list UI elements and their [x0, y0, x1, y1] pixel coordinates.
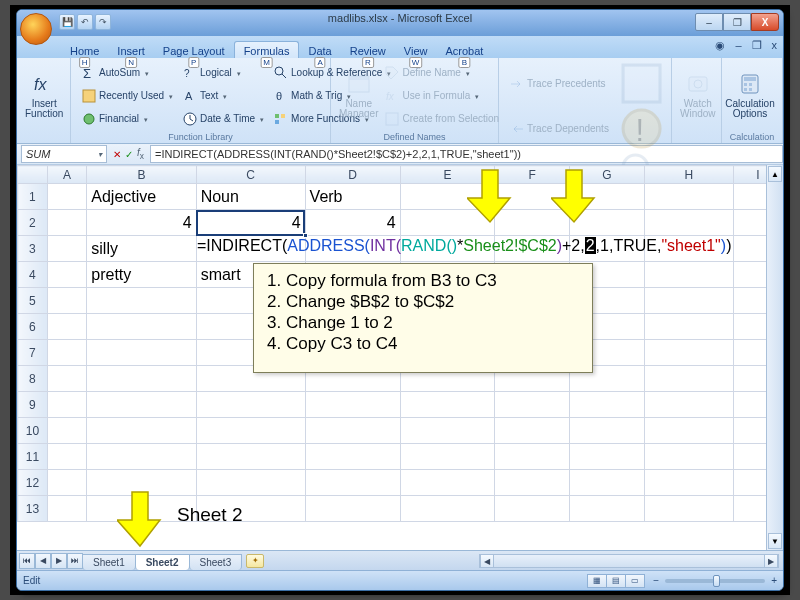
cell[interactable]: Noun: [196, 184, 305, 210]
office-button[interactable]: [20, 13, 52, 45]
more-icon: [274, 112, 288, 126]
active-cell[interactable]: 4: [196, 210, 305, 236]
arrow-down-icon: [467, 168, 513, 224]
name-box[interactable]: SUM▾: [21, 145, 107, 163]
minimize-button[interactable]: –: [695, 13, 723, 31]
keytip: H: [79, 57, 91, 68]
callout-step: Change $B$2 to $C$2: [286, 292, 582, 312]
cell[interactable]: 4: [87, 210, 196, 236]
row-header[interactable]: 2: [18, 210, 48, 236]
create-from-selection-button[interactable]: Create from Selection: [382, 110, 502, 128]
cell[interactable]: Verb: [305, 184, 400, 210]
view-pagelayout-icon[interactable]: ▤: [606, 574, 626, 588]
row-header[interactable]: 6: [18, 314, 48, 340]
col-header[interactable]: A: [47, 166, 87, 184]
calculation-options-button[interactable]: Calculation Options: [728, 61, 772, 130]
sheet-tab-sheet1[interactable]: Sheet1: [82, 554, 136, 570]
scroll-left-icon[interactable]: ◀: [480, 555, 494, 567]
financial-button[interactable]: Financial: [79, 110, 176, 128]
fx-icon-small[interactable]: fx: [137, 147, 144, 161]
row-header[interactable]: 3: [18, 236, 48, 262]
ribbon-close-workbook[interactable]: x: [772, 39, 778, 52]
use-in-formula-button[interactable]: fxUse in Formula: [382, 87, 502, 105]
tab-review[interactable]: ReviewR: [341, 42, 395, 58]
sheet-tab-sheet2[interactable]: Sheet2: [135, 554, 190, 570]
recently-used-button[interactable]: Recently Used: [79, 87, 176, 105]
row-header[interactable]: 9: [18, 392, 48, 418]
tab-page-layout[interactable]: Page LayoutP: [154, 42, 234, 58]
name-manager-icon: [347, 72, 371, 96]
maximize-button[interactable]: ❐: [723, 13, 751, 31]
zoom-out-icon[interactable]: −: [653, 575, 659, 586]
insert-function-button[interactable]: fx Insert Function: [23, 61, 65, 130]
cancel-edit-icon[interactable]: ✕: [113, 149, 121, 160]
svg-text:A: A: [185, 90, 193, 102]
error-checking-icon[interactable]: !: [620, 106, 663, 151]
svg-rect-10: [281, 114, 285, 118]
ribbon-help-icon[interactable]: ◉: [715, 39, 725, 52]
row-header[interactable]: 7: [18, 340, 48, 366]
cell[interactable]: silly: [87, 236, 196, 262]
row-header[interactable]: 1: [18, 184, 48, 210]
tab-nav-first[interactable]: ⏮: [19, 553, 35, 569]
vertical-scrollbar[interactable]: ▲ ▼: [766, 165, 783, 550]
trace-precedents-button[interactable]: Trace Precedents: [507, 75, 612, 93]
callout-step: Change 1 to 2: [286, 313, 582, 333]
scroll-down-icon[interactable]: ▼: [768, 533, 782, 549]
ribbon-minimize-workbook[interactable]: –: [735, 39, 741, 52]
tab-view[interactable]: ViewW: [395, 42, 437, 58]
sheet2-annotation: Sheet 2: [177, 504, 243, 526]
zoom-slider[interactable]: − +: [653, 575, 777, 586]
row-header[interactable]: 11: [18, 444, 48, 470]
svg-rect-25: [749, 83, 752, 86]
select-all-corner[interactable]: [18, 166, 48, 184]
show-formulas-icon[interactable]: [620, 61, 663, 106]
cell[interactable]: pretty: [87, 262, 196, 288]
text-button[interactable]: AText: [180, 87, 267, 105]
datetime-button[interactable]: Date & Time: [180, 110, 267, 128]
row-header[interactable]: 8: [18, 366, 48, 392]
text-icon: A: [183, 89, 197, 103]
row-header[interactable]: 4: [18, 262, 48, 288]
close-button[interactable]: X: [751, 13, 779, 31]
row-header[interactable]: 12: [18, 470, 48, 496]
row-header[interactable]: 5: [18, 288, 48, 314]
horizontal-scrollbar[interactable]: ◀ ▶: [479, 554, 779, 568]
col-header[interactable]: H: [644, 166, 733, 184]
svg-rect-13: [349, 76, 369, 80]
svg-rect-16: [623, 65, 660, 102]
svg-rect-27: [749, 88, 752, 91]
define-name-button[interactable]: Define Name: [382, 64, 502, 82]
row-header[interactable]: 13: [18, 496, 48, 522]
confirm-edit-icon[interactable]: ✓: [125, 149, 133, 160]
col-header[interactable]: B: [87, 166, 196, 184]
theta-icon: θ: [274, 89, 288, 103]
name-manager-button[interactable]: Name Manager: [337, 61, 380, 130]
tab-acrobat[interactable]: AcrobatB: [436, 42, 492, 58]
scroll-right-icon[interactable]: ▶: [764, 555, 778, 567]
tab-nav-prev[interactable]: ◀: [35, 553, 51, 569]
tab-formulas[interactable]: FormulasM: [234, 41, 300, 58]
ribbon-restore-workbook[interactable]: ❐: [752, 39, 762, 52]
tab-home[interactable]: HomeH: [61, 42, 108, 58]
tab-nav-last[interactable]: ⏭: [67, 553, 83, 569]
view-normal-icon[interactable]: ▦: [587, 574, 607, 588]
tab-nav-next[interactable]: ▶: [51, 553, 67, 569]
sheet-tabs-bar: ⏮ ◀ ▶ ⏭ Sheet1 Sheet2 Sheet3 ✦ ◀ ▶: [17, 550, 783, 570]
trace-dependents-button[interactable]: Trace Dependents: [507, 120, 612, 138]
sheet-tab-sheet3[interactable]: Sheet3: [189, 554, 243, 570]
row-header[interactable]: 10: [18, 418, 48, 444]
zoom-in-icon[interactable]: +: [771, 575, 777, 586]
col-header[interactable]: C: [196, 166, 305, 184]
scroll-up-icon[interactable]: ▲: [768, 166, 782, 182]
formula-input[interactable]: =INDIRECT(ADDRESS(INT(RAND()*Sheet2!$C$2…: [150, 145, 783, 163]
new-sheet-button[interactable]: ✦: [246, 554, 264, 568]
tab-insert[interactable]: InsertN: [108, 42, 154, 58]
cell[interactable]: 4: [305, 210, 400, 236]
svg-text:θ: θ: [276, 90, 282, 102]
cell[interactable]: Adjective: [87, 184, 196, 210]
view-pagebreak-icon[interactable]: ▭: [625, 574, 645, 588]
col-header[interactable]: D: [305, 166, 400, 184]
tab-data[interactable]: DataA: [299, 42, 340, 58]
watch-window-button[interactable]: Watch Window: [678, 61, 718, 130]
